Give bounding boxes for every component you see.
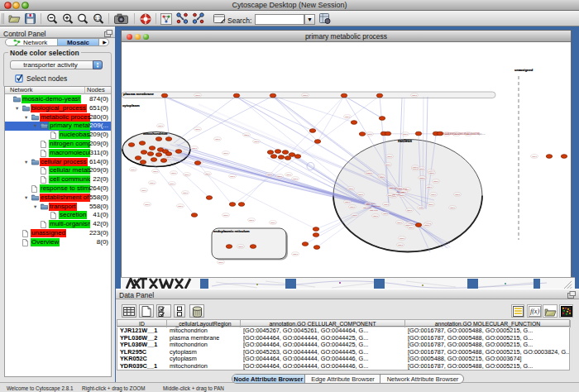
svg-text:GO:1: GO:1 <box>413 166 418 169</box>
svg-text:f(x): f(x) <box>529 308 538 315</box>
svg-text:GO:4417: GO:4417 <box>399 188 407 190</box>
svg-text:GO:1: GO:1 <box>230 175 235 178</box>
svg-text:GO:1: GO:1 <box>195 94 200 97</box>
svg-text:endoplasmic reticulum: endoplasmic reticulum <box>213 229 250 233</box>
svg-text:GO:1: GO:1 <box>303 94 308 97</box>
svg-text:GO:1: GO:1 <box>450 207 455 209</box>
svg-text:GO:1: GO:1 <box>293 178 298 180</box>
svg-text:GO:1: GO:1 <box>455 194 460 196</box>
svg-text:GO:1: GO:1 <box>171 172 176 174</box>
svg-text:GO:1: GO:1 <box>218 261 223 264</box>
svg-text:GO:1: GO:1 <box>192 147 197 150</box>
svg-text:GO:1: GO:1 <box>384 203 389 206</box>
svg-text:GO:1: GO:1 <box>267 174 272 176</box>
svg-text:GO:1: GO:1 <box>178 205 183 208</box>
svg-text:[GO:44]: [GO:44] <box>478 133 486 136</box>
svg-text:GO:1: GO:1 <box>293 253 298 256</box>
svg-text:GO:1: GO:1 <box>249 219 254 222</box>
svg-text:GO:1: GO:1 <box>131 169 136 171</box>
svg-text:GO:1: GO:1 <box>223 214 228 217</box>
svg-text:GO:1: GO:1 <box>205 173 210 175</box>
svg-text:GO:1: GO:1 <box>153 170 158 173</box>
svg-text:GO:1: GO:1 <box>397 222 402 224</box>
svg-text:GO:0046483(GO:0006139,GO:00442: GO:0046483(GO:0006139,GO:0044238) <box>441 132 480 136</box>
svg-text:GO:1: GO:1 <box>400 194 404 197</box>
svg-text:GO:1: GO:1 <box>223 152 228 155</box>
svg-text:GO:1: GO:1 <box>244 134 249 136</box>
svg-text:GO:1: GO:1 <box>428 203 433 206</box>
svg-text:GO:1: GO:1 <box>433 180 438 183</box>
svg-text:GO:4417: GO:4417 <box>392 194 400 196</box>
svg-text:GO:1: GO:1 <box>412 94 417 97</box>
svg-text:nucleus: nucleus <box>398 139 413 143</box>
svg-text:GO:1: GO:1 <box>400 237 404 240</box>
svg-text:1:1: 1:1 <box>95 16 101 21</box>
svg-text:GO:1: GO:1 <box>407 209 412 212</box>
svg-text:GO:1: GO:1 <box>183 192 188 194</box>
svg-text:GO:1: GO:1 <box>141 189 146 192</box>
svg-text:GO:1: GO:1 <box>150 182 155 184</box>
svg-text:GO:1: GO:1 <box>383 213 388 215</box>
svg-text:GO:1: GO:1 <box>373 215 378 218</box>
svg-text:GO:4417: GO:4417 <box>372 205 380 208</box>
svg-text:GO:1: GO:1 <box>431 194 436 196</box>
svg-text:mitochondrion: mitochondrion <box>143 131 168 136</box>
svg-text:GO:1: GO:1 <box>254 141 259 143</box>
svg-text:GO:1: GO:1 <box>170 183 175 185</box>
svg-text:GO:1: GO:1 <box>532 155 537 158</box>
svg-text:GO:1: GO:1 <box>367 172 372 174</box>
svg-text:GO:1: GO:1 <box>403 133 408 136</box>
svg-text:GO:1: GO:1 <box>419 207 423 209</box>
svg-text:GO:1: GO:1 <box>277 175 282 178</box>
svg-text:GO:1: GO:1 <box>429 172 434 174</box>
svg-text:unassigned: unassigned <box>514 68 534 72</box>
svg-text:GO:1: GO:1 <box>145 203 150 206</box>
svg-text:GO:1: GO:1 <box>385 164 390 166</box>
svg-text:GO:1: GO:1 <box>166 156 171 159</box>
svg-text:GO:1: GO:1 <box>286 174 291 176</box>
svg-text:GO:1: GO:1 <box>348 188 353 190</box>
svg-text:GO:1: GO:1 <box>352 214 357 217</box>
svg-text:GO:1: GO:1 <box>427 186 432 189</box>
svg-text:GO:1: GO:1 <box>424 224 429 227</box>
svg-text:GO:4417: GO:4417 <box>370 209 378 212</box>
svg-text:plasma membrane: plasma membrane <box>123 92 154 96</box>
svg-text:GO:1: GO:1 <box>184 174 189 176</box>
svg-text:cytoplasm: cytoplasm <box>122 103 140 108</box>
svg-text:GO:1: GO:1 <box>158 125 163 127</box>
svg-text:GO:1: GO:1 <box>367 133 372 136</box>
svg-text:GO:1: GO:1 <box>398 244 403 246</box>
svg-text:GO:1: GO:1 <box>387 155 392 158</box>
svg-text:GO:1: GO:1 <box>195 128 200 131</box>
svg-text:GO:1: GO:1 <box>358 194 363 196</box>
svg-text:GO:1: GO:1 <box>345 201 350 203</box>
svg-text:GO:1: GO:1 <box>270 222 275 224</box>
svg-text:GO:1: GO:1 <box>350 206 355 208</box>
svg-text:GO:1: GO:1 <box>419 177 424 179</box>
svg-text:GO:1: GO:1 <box>238 246 243 248</box>
svg-text:GO:1: GO:1 <box>380 176 385 179</box>
svg-text:GO:1: GO:1 <box>345 116 350 118</box>
svg-text:GO:1: GO:1 <box>409 227 414 229</box>
svg-text:GO:4417: GO:4417 <box>390 187 398 189</box>
svg-text:GO:1: GO:1 <box>215 138 220 141</box>
svg-text:GO:1: GO:1 <box>419 168 424 170</box>
